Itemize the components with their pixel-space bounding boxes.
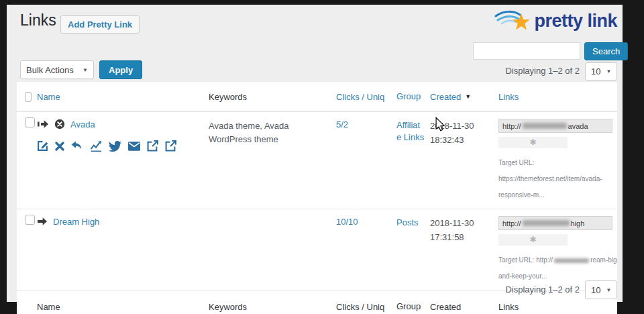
per-page-select-bottom[interactable]: 10 ▼ [585, 280, 617, 299]
logo-wordmark: pretty link [534, 11, 617, 32]
target-url-text: Target URL: http://ream-big- and-keep-yo… [498, 252, 617, 284]
target-url-text: Target URL: https://themeforest.net/item… [498, 155, 617, 203]
copy-asterisk-icon[interactable]: ✱ [498, 234, 568, 246]
footer-header-created[interactable]: Created [430, 302, 461, 312]
target-url-after: ream-big- [590, 256, 617, 264]
row-checkbox[interactable] [25, 215, 35, 225]
link-name[interactable]: Dream High [53, 217, 99, 227]
redacted-url-segment [554, 258, 589, 263]
table-row: Avada [17, 112, 617, 209]
row-actions [37, 140, 203, 152]
page-title: Links [20, 11, 56, 30]
search-button[interactable]: Search [584, 42, 628, 60]
sort-desc-icon: ▼ [465, 93, 471, 100]
per-page-select-top[interactable]: 10 ▼ [585, 62, 617, 81]
redacted-url-segment [523, 123, 567, 129]
pretty-link-logo: pretty link [494, 7, 617, 34]
clicks-link[interactable]: 10/10 [336, 217, 358, 227]
redacted-url-segment [523, 220, 570, 226]
select-all-checkbox[interactable] [25, 92, 32, 102]
short-url-suffix: high [571, 219, 585, 227]
row-checkbox[interactable] [25, 117, 35, 127]
short-url-prefix: http:// [502, 122, 521, 130]
edit-icon[interactable] [37, 140, 48, 152]
links-table: Name Keywords Clicks / Uniq Group Create… [17, 82, 617, 314]
chevron-down-icon: ▼ [606, 287, 611, 293]
add-pretty-link-button[interactable]: Add Pretty Link [60, 15, 140, 34]
created-cell: 2018-11-30 17:31:58 [430, 209, 498, 290]
column-header-group[interactable]: Group [396, 91, 421, 103]
external-link-icon[interactable] [147, 140, 158, 152]
target-url-prefix: Target URL: http:// [498, 256, 553, 264]
no-follow-circle-x-icon [54, 119, 65, 129]
twitter-icon[interactable] [109, 141, 121, 152]
mouse-cursor [435, 117, 446, 132]
shooting-star-icon [494, 7, 533, 34]
short-url-suffix: avada [568, 122, 588, 130]
redirect-arrow-icon [37, 216, 48, 227]
external-link-icon[interactable] [165, 140, 176, 152]
footer-header-clicks[interactable]: Clicks / Uniq [336, 302, 384, 312]
copy-asterisk-icon[interactable]: ✱ [498, 137, 568, 148]
target-url-line1: Target URL: https://themeforest.net/item… [498, 159, 602, 182]
clicks-link[interactable]: 5/2 [336, 119, 348, 129]
column-header-clicks[interactable]: Clicks / Uniq [336, 92, 384, 102]
chevron-down-icon: ▼ [606, 68, 611, 74]
target-url-line2: responsive-m... [498, 191, 544, 199]
link-name[interactable]: Avada [70, 119, 95, 129]
apply-button[interactable]: Apply [99, 60, 142, 79]
column-header-keywords: Keywords [209, 92, 247, 102]
stats-icon[interactable] [90, 140, 102, 152]
keywords-cell [209, 209, 336, 290]
footer-header-name[interactable]: Name [37, 302, 60, 312]
footer-header-keywords: Keywords [209, 302, 247, 312]
group-link[interactable]: Affiliate Links [396, 120, 424, 142]
search-input[interactable] [473, 42, 580, 60]
reset-icon[interactable] [71, 141, 83, 151]
chevron-down-icon: ▼ [83, 67, 88, 73]
keywords-cell: Avada theme, Avada WordPress theme [209, 112, 336, 209]
bulk-actions-value: Bulk Actions [26, 65, 74, 75]
bulk-actions-select[interactable]: Bulk Actions ▼ [20, 60, 94, 79]
delete-icon[interactable] [55, 142, 64, 151]
short-url-field[interactable]: http://high [498, 216, 612, 230]
column-header-created[interactable]: Created [430, 92, 461, 102]
footer-header-links[interactable]: Links [498, 302, 519, 312]
column-header-name[interactable]: Name [37, 92, 60, 102]
table-row: Dream High 10/10 Posts 2018-11-30 17:31:… [17, 209, 617, 291]
email-icon[interactable] [128, 142, 140, 151]
displaying-count-top: Displaying 1–2 of 2 [505, 66, 580, 76]
displaying-count-bottom: Displaying 1–2 of 2 [505, 284, 580, 295]
target-url-line2: and-keep-your... [498, 272, 547, 280]
screenshot-frame: Links Add Pretty Link pretty link Search… [0, 0, 644, 314]
footer-header-group[interactable]: Group [396, 301, 421, 313]
per-page-value: 10 [591, 285, 600, 295]
pretty-link-links-page: Links Add Pretty Link pretty link Search… [7, 5, 623, 302]
pretty-bar-redirect-icon [37, 119, 49, 129]
short-url-field[interactable]: http://avada [498, 119, 612, 133]
group-link[interactable]: Posts [396, 217, 419, 227]
column-header-links[interactable]: Links [498, 92, 519, 102]
table-header-row: Name Keywords Clicks / Uniq Group Create… [17, 82, 617, 112]
per-page-value: 10 [591, 66, 600, 76]
short-url-prefix: http:// [502, 219, 521, 227]
